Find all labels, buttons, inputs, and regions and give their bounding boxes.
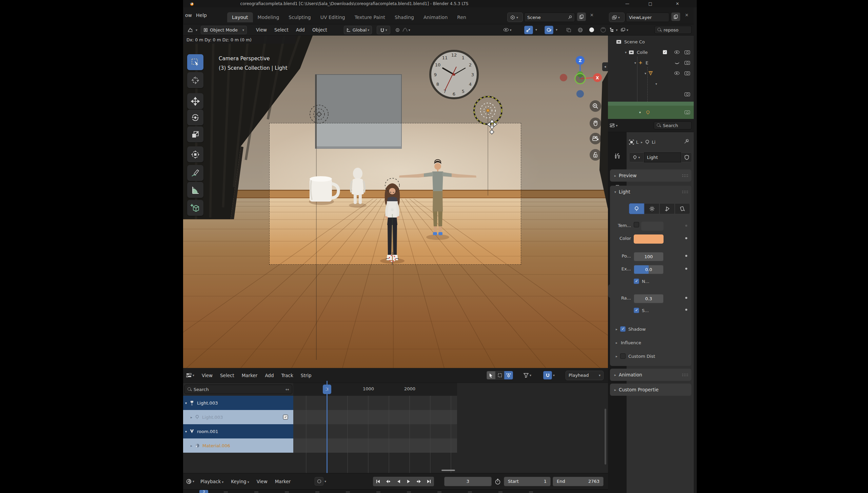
color-swatch[interactable] <box>634 234 664 244</box>
scene-name-field[interactable]: Scene <box>524 13 575 22</box>
fake-user-button[interactable] <box>681 152 692 162</box>
new-viewlayer-button[interactable] <box>671 13 680 21</box>
chevron-down-icon[interactable]: ▾ <box>556 28 557 32</box>
tab-shading[interactable]: Shading <box>390 12 419 22</box>
channel-row-light-data[interactable]: ▸ Light.003 <box>183 410 293 424</box>
outliner-filter-button[interactable]: ▾ <box>620 26 629 34</box>
jump-to-start-button[interactable] <box>373 477 383 486</box>
play-reverse-button[interactable] <box>393 477 403 486</box>
remove-viewlayer-icon[interactable]: ✕ <box>685 13 689 18</box>
end-frame-field[interactable]: End 2763 <box>553 477 604 486</box>
outliner-row-scene-collection[interactable]: Scene Co <box>608 37 694 47</box>
temperature-field[interactable] <box>641 222 664 231</box>
tab-animation[interactable]: Animation <box>419 12 452 22</box>
tool-annotate[interactable] <box>187 165 203 181</box>
close-button[interactable]: ✕ <box>670 0 685 7</box>
custom-distance-checkbox[interactable] <box>620 353 626 359</box>
timeline-marker-menu[interactable]: Marker <box>271 479 295 484</box>
outliner-row-mesh[interactable]: ▾ <box>608 68 694 78</box>
camera-visibility-icon[interactable] <box>685 50 690 54</box>
panel-custom-properties[interactable]: ▸ Custom Propertie <box>610 384 691 396</box>
nla-editor-type-button[interactable]: ▾ <box>186 371 195 379</box>
tab-texture-paint[interactable]: Texture Paint <box>350 12 390 22</box>
shadow-checkbox[interactable] <box>620 326 626 332</box>
shading-solid-button[interactable] <box>587 26 596 34</box>
subpanel-custom-distance[interactable]: ▸ Custom Dist <box>615 351 655 361</box>
viewport-3d[interactable]: 12 1 2 3 4 5 6 7 8 9 10 11 <box>183 24 608 368</box>
cursor-3d[interactable] <box>386 252 399 265</box>
snapping-dropdown[interactable]: ▾ <box>377 26 390 34</box>
playhead-dropdown[interactable]: Playhead ▾ <box>566 371 604 380</box>
scene-browse-button[interactable]: ▾ <box>507 13 523 22</box>
channel-checkbox[interactable] <box>283 415 288 419</box>
outliner-row-empty[interactable]: ▾ E <box>608 58 694 68</box>
light-datablock-browse[interactable]: ▾ <box>629 152 644 162</box>
show-overlays-toggle[interactable] <box>545 26 553 34</box>
camera-visibility-icon[interactable] <box>685 61 690 65</box>
viewlayer-browse-button[interactable]: ▾ <box>609 13 625 22</box>
menu-select[interactable]: Select <box>271 27 292 33</box>
animate-dot-icon[interactable] <box>685 309 687 311</box>
camera-visibility-icon[interactable] <box>685 110 690 114</box>
light-type-area[interactable] <box>675 203 690 214</box>
channel-row-room-object[interactable]: ▾ room.001 <box>183 424 293 438</box>
properties-search-field[interactable]: Search <box>654 121 692 129</box>
mini-playhead-badge[interactable]: 3 <box>199 490 208 493</box>
breadcrumb-data[interactable]: Li <box>652 140 655 145</box>
properties-editor-type-button[interactable]: ▾ <box>609 121 618 130</box>
mini-timeline[interactable]: 3 <box>183 489 608 493</box>
minimize-button[interactable]: — <box>620 0 635 7</box>
animate-dot-icon[interactable] <box>685 268 687 270</box>
collapse-icon[interactable]: ▾ <box>185 430 187 433</box>
next-keyframe-button[interactable] <box>414 477 424 486</box>
nla-menu-marker[interactable]: Marker <box>238 373 261 378</box>
play-button[interactable] <box>403 477 414 486</box>
nla-menu-view[interactable]: View <box>198 373 216 378</box>
expand-icon[interactable]: ▾ <box>625 50 627 54</box>
mode-dropdown[interactable]: Object Mode ▾ <box>201 26 247 34</box>
normalize-checkbox[interactable] <box>634 279 639 284</box>
show-visibility-dropdown[interactable]: ▾ <box>503 26 512 34</box>
panel-animation[interactable]: ▸ Animation <box>610 369 691 381</box>
camera-visibility-icon[interactable] <box>685 93 690 96</box>
menu-object[interactable]: Object <box>309 27 331 33</box>
tool-cursor[interactable] <box>187 72 203 88</box>
current-frame-field[interactable]: 3 <box>444 477 492 486</box>
nla-ruler[interactable]: Search ↔ 1000 2000 3 <box>183 383 608 396</box>
expand-icon[interactable]: ▸ <box>191 444 192 448</box>
drag-grip-icon[interactable] <box>682 191 688 193</box>
nla-filter-dropdown[interactable]: ▾ <box>524 373 531 378</box>
panel-preview[interactable]: ▸ Preview <box>610 169 691 182</box>
new-scene-button[interactable] <box>577 13 586 21</box>
vertical-scrollbar[interactable] <box>605 409 606 465</box>
keying-menu[interactable]: Keying▾ <box>227 479 253 484</box>
proportional-falloff-dropdown[interactable]: ▾ <box>402 26 411 34</box>
eye-icon[interactable] <box>674 50 679 54</box>
power-field[interactable]: 100 <box>634 252 664 261</box>
nla-snap-icon-button[interactable] <box>543 371 552 379</box>
pin-icon[interactable] <box>568 15 572 19</box>
light-name-field[interactable]: Light <box>644 152 681 162</box>
outliner-row-hidden-item[interactable] <box>608 89 694 99</box>
insert-keyframes-button[interactable] <box>504 371 513 379</box>
outliner-row-child[interactable]: ▾ <box>608 79 694 89</box>
subpanel-shadow[interactable]: ▸ Shadow <box>615 324 646 334</box>
menu-help[interactable]: Help <box>196 13 207 18</box>
expand-icon[interactable]: ▾ <box>655 82 657 86</box>
panel-light-header[interactable]: ▾ Light <box>610 186 691 198</box>
tweak-tool-button[interactable] <box>487 371 495 379</box>
show-gizmo-toggle[interactable] <box>524 26 533 34</box>
pin-icon[interactable] <box>684 139 689 144</box>
editor-type-button[interactable] <box>186 26 195 34</box>
drag-grip-icon[interactable] <box>682 374 688 376</box>
tool-rotate[interactable] <box>187 109 203 125</box>
nla-snapping-dropdown[interactable]: ▾ <box>543 371 555 379</box>
prev-keyframe-button[interactable] <box>383 477 393 486</box>
light-type-spot[interactable] <box>659 203 675 214</box>
tab-rendering-clipped[interactable]: Ren <box>452 12 471 22</box>
tab-modeling[interactable]: Modeling <box>253 12 284 22</box>
eye-icon[interactable] <box>674 71 679 75</box>
temperature-checkbox[interactable] <box>634 222 639 227</box>
subpanel-influence[interactable]: ▸ Influence <box>615 337 641 348</box>
expand-icon[interactable]: ▾ <box>645 71 646 75</box>
